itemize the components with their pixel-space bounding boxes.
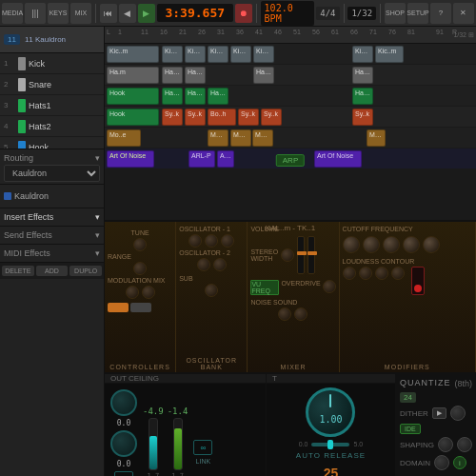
decay-knob[interactable] — [359, 267, 372, 280]
clip-hats2-6[interactable]: Sy..k — [261, 109, 282, 126]
overdrive-knob[interactable] — [323, 280, 336, 293]
shaping-knob-1[interactable] — [438, 437, 453, 452]
osc1-k1[interactable] — [188, 234, 202, 248]
clip-hook-5[interactable]: Mo..e — [367, 129, 386, 147]
track-list[interactable]: 1 Kick 2 Snare 3 Hats1 4 Hats2 5 — [0, 53, 104, 149]
vol-knob[interactable] — [423, 236, 440, 253]
lfo-knob[interactable] — [403, 236, 420, 253]
clip-art-2[interactable]: ARL-P — [188, 150, 215, 168]
mod-mix-knob[interactable] — [126, 286, 139, 299]
ar-slider[interactable] — [311, 443, 349, 446]
link-icon-1[interactable]: ∞ — [114, 471, 133, 476]
link-icon-2[interactable]: ∞ — [193, 440, 212, 455]
meter1-track[interactable] — [149, 418, 158, 470]
clip-hats1-2[interactable]: Ha..m — [162, 88, 183, 105]
play-btn[interactable]: ▶ — [138, 4, 155, 23]
clip-hook-4[interactable]: Mo..e — [252, 129, 273, 147]
setup-icon[interactable]: SETUP — [407, 3, 428, 24]
mixer-icon[interactable]: ||| — [25, 3, 46, 24]
clip-hook-3[interactable]: Mo..a — [230, 129, 251, 147]
clip-kick-2[interactable]: Kic..m — [162, 46, 183, 63]
domain-knob[interactable] — [434, 455, 449, 470]
clip-hats2-1[interactable]: Hook — [107, 109, 159, 126]
duplo-btn[interactable]: DUPLO — [69, 266, 102, 276]
clip-kick-3[interactable]: Kic..m — [185, 46, 206, 63]
osc1-k3[interactable] — [221, 234, 234, 248]
clip-snare-4[interactable]: Ha.m — [253, 67, 274, 84]
close-icon[interactable]: ✕ — [453, 3, 474, 24]
range-knob[interactable] — [133, 262, 147, 275]
osc2-k2[interactable] — [213, 258, 227, 271]
track-item-4[interactable]: 4 Hats2 — [0, 116, 104, 137]
release-knob[interactable] — [391, 267, 405, 280]
track-item-1[interactable]: 1 Kick — [0, 53, 104, 74]
clip-hats2-2[interactable]: Sy..k — [162, 109, 183, 126]
clip-hats1-3[interactable]: Ha..m — [185, 88, 206, 105]
delete-btn[interactable]: DELETE — [2, 266, 34, 276]
shaping-knob-2[interactable] — [457, 437, 472, 452]
send-effects-label[interactable]: Send Effects ▾ — [4, 228, 100, 242]
clip-hook-1[interactable]: Mo..e — [107, 129, 141, 147]
clip-hats2-5[interactable]: Sy..k — [238, 109, 259, 126]
clip-art-3[interactable]: ARL-P — [217, 150, 234, 168]
track-item-5[interactable]: 5 Hook — [0, 137, 104, 149]
clip-kick-5[interactable]: Kic..m — [230, 46, 251, 63]
tune-knob-1[interactable] — [133, 238, 147, 251]
record-btn[interactable]: ⏺ — [235, 4, 252, 23]
cutoff-knob[interactable] — [343, 236, 360, 253]
clip-art-4[interactable]: Art Of Noise — [314, 150, 362, 168]
division-display[interactable]: 1/32 — [347, 7, 376, 20]
clip-hats1-4[interactable]: Ha..m — [208, 88, 228, 105]
osc1-k2[interactable] — [205, 234, 218, 248]
meter2-track[interactable] — [173, 418, 183, 470]
midi-effects-label[interactable]: MIDI Effects ▾ — [4, 247, 100, 260]
noise-k1[interactable] — [278, 307, 291, 321]
arp-button[interactable]: ARP — [276, 154, 305, 167]
switch-1[interactable] — [108, 303, 129, 312]
auto-release-knob[interactable]: 1.00 — [306, 387, 355, 437]
res-knob[interactable] — [363, 236, 380, 253]
add-btn[interactable]: ADD — [36, 266, 69, 276]
sub-k1[interactable] — [205, 284, 218, 297]
instrument-display[interactable]: Kauldron — [14, 191, 49, 201]
clip-hats2-4[interactable]: Bo..h — [208, 109, 236, 126]
clip-hats2-7[interactable]: Sy..k — [352, 109, 373, 126]
rewind-btn[interactable]: ⏮ — [100, 4, 117, 23]
back-btn[interactable]: ◀ — [119, 4, 136, 23]
osc2-k1[interactable] — [197, 258, 210, 271]
clip-kick-8[interactable]: Kic..m — [375, 46, 404, 63]
leveler-knob-1[interactable] — [110, 389, 137, 416]
keys-icon[interactable]: KEYS — [48, 3, 69, 24]
dither-knob[interactable] — [450, 406, 466, 421]
clip-snare-3[interactable]: Ha.m — [185, 67, 206, 84]
noise-k2[interactable] — [294, 307, 307, 321]
quantize-value-badge[interactable]: 24 — [400, 392, 416, 403]
track-item-3[interactable]: 3 Hats1 — [0, 95, 104, 116]
vol-slider-2[interactable] — [307, 236, 315, 274]
clip-snare-5[interactable]: Ha..m — [352, 67, 373, 84]
routing-dropdown[interactable]: Kauldron — [4, 165, 100, 182]
sustain-knob[interactable] — [375, 267, 388, 280]
info-icon[interactable]: i — [453, 456, 466, 469]
vol-slider-1[interactable] — [297, 236, 305, 274]
media-icon[interactable]: MEDIA — [2, 3, 23, 24]
clip-art-1[interactable]: Art Of Noise — [107, 150, 154, 168]
clip-kick-7[interactable]: Kic.m — [352, 46, 373, 63]
clip-snare-2[interactable]: Ha.m — [162, 67, 183, 84]
track-item-2[interactable]: 2 Snare — [0, 74, 104, 95]
mixer-btn[interactable]: MIX — [70, 3, 91, 24]
env-knob[interactable] — [383, 236, 400, 253]
bpm-display[interactable]: 102.0 BPM — [261, 1, 315, 26]
dither-btn[interactable]: ▶ — [432, 407, 446, 419]
leveler-knob-2[interactable] — [110, 430, 137, 457]
clip-snare-1[interactable]: Ha.m — [107, 67, 159, 84]
help-icon[interactable]: ? — [430, 3, 451, 24]
attack-knob[interactable] — [343, 267, 356, 280]
clip-hats2-3[interactable]: Sy..k — [185, 109, 206, 126]
clip-hook-2[interactable]: Mo..e — [208, 129, 228, 147]
shop-icon[interactable]: SHOP — [385, 3, 406, 24]
routing-label[interactable]: Routing ▾ — [4, 151, 100, 165]
clip-kick-4[interactable]: Kic..m — [208, 46, 228, 63]
switch-2[interactable] — [130, 303, 151, 312]
clip-hats1-1[interactable]: Hook — [107, 88, 159, 105]
